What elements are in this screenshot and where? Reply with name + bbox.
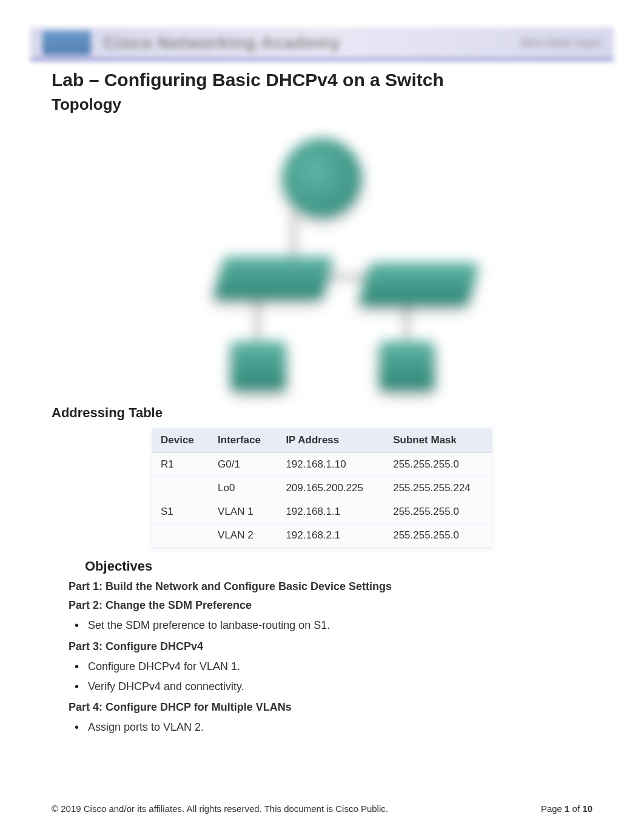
topology-link xyxy=(257,299,258,344)
cell-interface: VLAN 1 xyxy=(209,500,277,524)
bullet-list: Set the SDM preference to lanbase-routin… xyxy=(75,617,592,634)
part-title: Part 2: Change the SDM Preference xyxy=(69,599,592,612)
cell-interface: Lo0 xyxy=(209,477,277,500)
topology-heading: Topology xyxy=(52,95,592,114)
footer: © 2019 Cisco and/or its affiliates. All … xyxy=(52,803,592,814)
cell-ip: 192.168.1.10 xyxy=(277,453,384,477)
topology-diagram xyxy=(195,126,449,393)
table-row: VLAN 2 192.168.2.1 255.255.255.0 xyxy=(152,524,492,548)
bullet-list: Assign ports to VLAN 2. xyxy=(75,719,592,736)
cell-mask: 255.255.255.0 xyxy=(384,453,492,477)
col-subnet-mask: Subnet Mask xyxy=(384,428,492,453)
header-banner: Cisco Networking Academy Mind Wide Open xyxy=(30,27,614,61)
topology-link xyxy=(406,303,408,346)
header-right-text: Mind Wide Open xyxy=(520,37,602,50)
cell-ip: 192.168.2.1 xyxy=(277,524,384,548)
pc-icon xyxy=(231,341,286,390)
cell-mask: 255.255.255.0 xyxy=(384,500,492,524)
switch-icon xyxy=(213,257,334,299)
col-interface: Interface xyxy=(209,428,277,453)
footer-copyright: © 2019 Cisco and/or its affiliates. All … xyxy=(52,803,388,814)
cell-ip: 192.168.1.1 xyxy=(277,500,384,524)
list-item: Configure DHCPv4 for VLAN 1. xyxy=(75,658,592,676)
document-content: Lab – Configuring Basic DHCPv4 on a Swit… xyxy=(52,70,592,740)
cell-mask: 255.255.255.0 xyxy=(384,524,492,548)
cell-device xyxy=(152,477,209,500)
page-total: 10 xyxy=(582,803,592,814)
bullet-list: Configure DHCPv4 for VLAN 1. Verify DHCP… xyxy=(75,658,592,696)
table-header-row: Device Interface IP Address Subnet Mask xyxy=(152,428,492,453)
page-title: Lab – Configuring Basic DHCPv4 on a Swit… xyxy=(52,70,592,90)
page-prefix: Page xyxy=(541,803,565,814)
objectives-heading: Objectives xyxy=(85,558,592,574)
page-sep: of xyxy=(569,803,582,814)
list-item: Set the SDM preference to lanbase-routin… xyxy=(75,617,592,634)
col-device: Device xyxy=(152,428,209,453)
pc-icon xyxy=(380,341,434,390)
cisco-logo xyxy=(42,31,91,55)
col-ip-address: IP Address xyxy=(277,428,384,453)
header-brand-text: Cisco Networking Academy xyxy=(103,33,341,53)
table-row: S1 VLAN 1 192.168.1.1 255.255.255.0 xyxy=(152,500,492,524)
table-row: Lo0 209.165.200.225 255.255.255.224 xyxy=(152,477,492,500)
cell-ip: 209.165.200.225 xyxy=(277,477,384,500)
part-title: Part 4: Configure DHCP for Multiple VLAN… xyxy=(69,701,592,714)
cell-interface: G0/1 xyxy=(209,453,277,477)
cell-device: S1 xyxy=(152,500,209,524)
part-title: Part 1: Build the Network and Configure … xyxy=(69,580,592,593)
cell-interface: VLAN 2 xyxy=(209,524,277,548)
topology-link xyxy=(293,214,295,263)
part-title: Part 3: Configure DHCPv4 xyxy=(69,640,592,653)
footer-page: Page 1 of 10 xyxy=(541,803,592,814)
cell-device xyxy=(152,524,209,548)
cell-device: R1 xyxy=(152,453,209,477)
addressing-table-heading: Addressing Table xyxy=(52,405,592,421)
switch-icon xyxy=(359,263,480,305)
cell-mask: 255.255.255.224 xyxy=(384,477,492,500)
list-item: Assign ports to VLAN 2. xyxy=(75,719,592,736)
topology-link xyxy=(325,277,371,278)
list-item: Verify DHCPv4 and connectivity. xyxy=(75,678,592,696)
addressing-table: Device Interface IP Address Subnet Mask … xyxy=(152,428,492,548)
table-row: R1 G0/1 192.168.1.10 255.255.255.0 xyxy=(152,453,492,477)
router-icon xyxy=(283,138,361,217)
